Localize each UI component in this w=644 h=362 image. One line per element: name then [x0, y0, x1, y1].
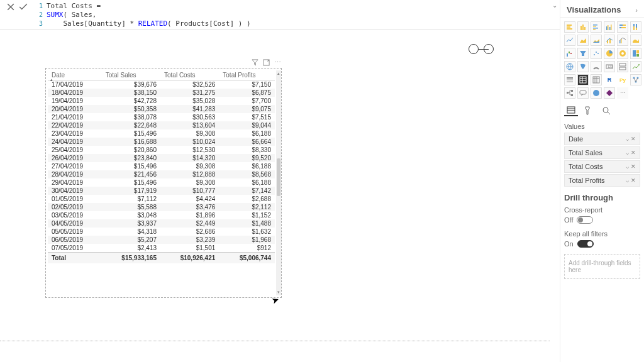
field-well-item[interactable]: Total Sales⌵✕	[564, 146, 640, 159]
key-influencers-icon[interactable]	[630, 74, 641, 85]
table-row[interactable]: 23/04/2019$15,496$9,308$6,188	[48, 129, 275, 138]
cross-report-toggle[interactable]	[577, 216, 593, 224]
table-row[interactable]: 28/04/2019$21,456$12,888$8,568	[48, 170, 275, 178]
formula-editor[interactable]: 1Total Costs = 2SUMX( Sales, 3 Sales[Qua…	[31, 1, 641, 28]
table-row[interactable]: 18/04/2019$38,150$31,275$6,875	[48, 89, 275, 97]
more-options-icon[interactable]: ⋯	[274, 58, 281, 66]
scatter-icon[interactable]	[591, 48, 602, 59]
slicer-icon[interactable]	[564, 74, 575, 85]
column-header[interactable]: Total Sales	[102, 70, 160, 80]
qa-visual-icon[interactable]	[577, 87, 589, 99]
field-remove-icon[interactable]: ✕	[631, 163, 636, 170]
area-chart-icon[interactable]	[577, 35, 589, 46]
import-visual-icon[interactable]: ⋯	[617, 87, 628, 99]
python-visual-icon[interactable]: Py	[617, 74, 628, 85]
table-row[interactable]: 26/04/2019$23,840$14,320$9,520	[48, 154, 275, 162]
filled-map-icon[interactable]	[577, 61, 589, 72]
matrix-icon[interactable]	[591, 74, 602, 85]
table-row[interactable]: 21/04/2019$38,078$30,563$7,515	[48, 113, 275, 121]
hundred-stacked-column-icon[interactable]	[630, 21, 641, 33]
format-tab-icon[interactable]	[582, 105, 596, 116]
table-row[interactable]: 07/05/2019$2,413$1,501$912	[48, 244, 275, 253]
field-dropdown-icon[interactable]: ⌵	[626, 136, 629, 142]
column-header[interactable]: Total Profits	[219, 70, 275, 80]
decomposition-tree-icon[interactable]	[564, 87, 575, 99]
focus-mode-icon[interactable]	[262, 58, 270, 66]
treemap-icon[interactable]	[630, 48, 641, 59]
table-row[interactable]: 27/04/2019$15,496$9,308$6,188	[48, 162, 275, 170]
map-icon[interactable]	[564, 61, 575, 72]
field-dropdown-icon[interactable]: ⌵	[626, 150, 629, 156]
hundred-stacked-bar-icon[interactable]	[617, 21, 628, 33]
table-row[interactable]: 02/05/2019$5,588$3,476$2,112	[48, 203, 275, 211]
stacked-area-icon[interactable]	[591, 35, 602, 46]
multi-row-card-icon[interactable]	[617, 61, 628, 72]
pie-icon[interactable]	[604, 48, 615, 59]
page-divider	[0, 341, 550, 341]
funnel-icon[interactable]	[577, 48, 589, 59]
svg-rect-1	[567, 25, 572, 26]
vertical-scrollbar[interactable]: ▴ ▾	[276, 70, 281, 295]
arcgis-icon[interactable]	[591, 87, 602, 99]
line-chart-icon[interactable]	[564, 35, 575, 46]
table-row[interactable]: 20/04/2019$50,358$41,283$9,075	[48, 105, 275, 113]
clustered-bar-icon[interactable]	[591, 21, 602, 33]
table-row[interactable]: 19/04/2019$42,728$35,028$7,700	[48, 97, 275, 105]
ribbon-chart-icon[interactable]	[630, 35, 641, 46]
svg-point-35	[621, 52, 624, 55]
filter-icon[interactable]	[251, 58, 258, 66]
svg-rect-14	[611, 25, 612, 30]
collapse-pane-icon[interactable]: ›	[635, 6, 638, 14]
field-dropdown-icon[interactable]: ⌵	[626, 177, 629, 184]
clustered-column-icon[interactable]	[604, 21, 615, 33]
stacked-column-icon[interactable]	[577, 21, 589, 33]
cancel-icon[interactable]	[6, 3, 15, 11]
svg-rect-20	[633, 26, 635, 30]
line-stacked-column-icon[interactable]	[604, 35, 615, 46]
svg-rect-53	[567, 92, 569, 94]
scrollbar-thumb[interactable]	[277, 158, 280, 196]
table-row[interactable]: 04/05/2019$3,937$2,449$1,488	[48, 219, 275, 228]
line-clustered-column-icon[interactable]	[617, 35, 628, 46]
table-row[interactable]: 25/04/2019$20,860$12,530$8,330	[48, 146, 275, 154]
kpi-icon[interactable]	[630, 61, 641, 72]
svg-rect-8	[593, 26, 596, 27]
scroll-up-icon[interactable]: ▴	[276, 70, 281, 77]
column-header[interactable]: Total Costs	[160, 70, 219, 80]
gauge-icon[interactable]	[591, 61, 602, 72]
field-well-item[interactable]: Date⌵✕	[564, 133, 640, 145]
field-dropdown-icon[interactable]: ⌵	[626, 163, 629, 170]
formula-expand-icon[interactable]: ⌄	[552, 2, 557, 9]
donut-icon[interactable]	[617, 48, 628, 59]
analytics-tab-icon[interactable]	[599, 105, 613, 116]
drill-through-dropzone[interactable]: Add drill-through fields here	[564, 254, 640, 279]
svg-rect-28	[569, 52, 570, 53]
table-row[interactable]: 17/04/2019$39,676$32,526$7,150	[48, 80, 275, 89]
table-row[interactable]: 30/04/2019$17,919$10,777$7,142	[48, 187, 275, 195]
table-icon[interactable]	[577, 74, 589, 85]
table-row[interactable]: 01/05/2019$7,112$4,424$2,688	[48, 195, 275, 203]
card-icon[interactable]: 123	[604, 61, 615, 72]
field-remove-icon[interactable]: ✕	[631, 136, 636, 142]
fields-tab-icon[interactable]	[564, 105, 578, 116]
table-visual[interactable]: ⋯ Date▴Total SalesTotal CostsTotal Profi…	[45, 68, 282, 298]
r-visual-icon[interactable]: R	[604, 74, 615, 85]
waterfall-icon[interactable]	[564, 48, 575, 59]
stacked-bar-icon[interactable]	[564, 21, 575, 33]
field-well-item[interactable]: Total Costs⌵✕	[564, 160, 640, 173]
keep-filters-toggle[interactable]	[577, 240, 594, 248]
table-row[interactable]: 29/04/2019$15,496$9,308$6,188	[48, 178, 275, 187]
table-row[interactable]: 06/05/2019$5,207$3,239$1,968	[48, 236, 275, 244]
table-row[interactable]: 05/05/2019$4,318$2,686$1,632	[48, 228, 275, 236]
table-row[interactable]: 22/04/2019$22,648$13,604$9,044	[48, 121, 275, 129]
field-remove-icon[interactable]: ✕	[631, 150, 636, 156]
commit-icon[interactable]	[19, 3, 28, 11]
field-well-item[interactable]: Total Profits⌵✕	[564, 174, 640, 187]
powerapps-icon[interactable]	[604, 87, 615, 99]
svg-rect-45	[567, 77, 573, 79]
column-header[interactable]: Date▴	[48, 70, 102, 80]
table-row[interactable]: 03/05/2019$3,048$1,896$1,152	[48, 211, 275, 219]
report-canvas[interactable]: ⋯ Date▴Total SalesTotal CostsTotal Profi…	[0, 30, 560, 362]
field-remove-icon[interactable]: ✕	[631, 177, 636, 184]
table-row[interactable]: 24/04/2019$16,688$10,024$6,664	[48, 138, 275, 146]
